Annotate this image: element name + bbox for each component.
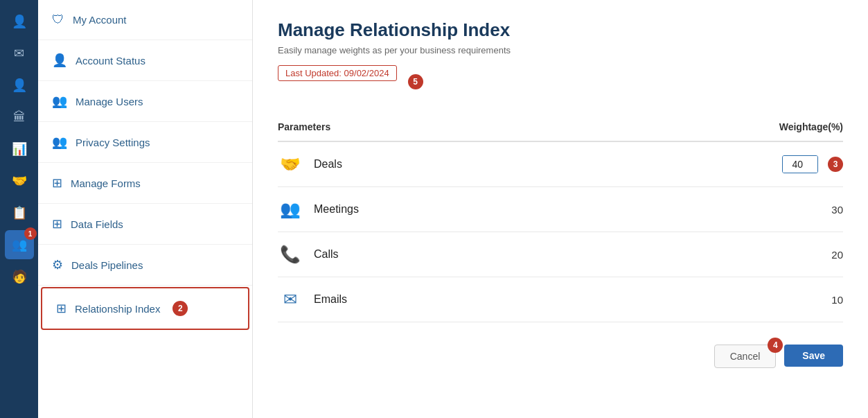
col-weightage: Weightage(%): [594, 114, 843, 141]
nav-item-privacy-settings[interactable]: 👥 Privacy Settings: [38, 122, 252, 163]
relationship-index-icon: ⊞: [56, 301, 67, 316]
nav-sidebar: 🛡 My Account 👤 Account Status 👥 Manage U…: [38, 0, 253, 418]
sidebar-icon-users[interactable]: 👥 1: [5, 230, 34, 259]
nav-item-deals-pipelines[interactable]: ⚙ Deals Pipelines: [38, 245, 252, 286]
cancel-button[interactable]: Cancel: [714, 345, 777, 368]
account-status-icon: 👤: [52, 53, 67, 68]
page-title: Manage Relationship Index: [278, 19, 843, 41]
nav-label-account-status: Account Status: [76, 55, 145, 67]
sidebar-icon-person[interactable]: 👤: [5, 7, 34, 36]
emails-label: Emails: [314, 293, 347, 306]
table-row: 👥 Meetings 30: [278, 187, 843, 232]
deals-weight-input[interactable]: [783, 156, 817, 173]
calls-icon: 📞: [278, 245, 303, 264]
sidebar-icon-person2[interactable]: 🧑: [5, 262, 34, 291]
nav-item-relationship-index[interactable]: ⊞ Relationship Index 2: [41, 287, 249, 330]
nav-item-my-account[interactable]: 🛡 My Account: [38, 0, 252, 40]
meetings-icon: 👥: [278, 200, 303, 219]
meetings-label: Meetings: [314, 203, 359, 216]
deals-icon: 🤝: [278, 155, 303, 174]
deals-weight-badge: 3: [828, 157, 843, 172]
nav-label-privacy-settings: Privacy Settings: [76, 137, 150, 148]
sidebar-icon-handshake[interactable]: 🤝: [5, 166, 34, 195]
nav-label-data-fields: Data Fields: [71, 218, 123, 230]
deals-weight-input-wrapper: [782, 155, 818, 173]
footer-actions: 4 Cancel Save: [278, 328, 843, 368]
calls-label: Calls: [314, 248, 339, 261]
deals-pipelines-icon: ⚙: [52, 257, 63, 272]
emails-icon: ✉: [278, 290, 303, 309]
meetings-weight: 30: [831, 204, 843, 216]
relationship-index-badge: 2: [172, 301, 188, 316]
page-subtitle: Easily manage weights as per your busine…: [278, 45, 843, 55]
params-table: Parameters Weightage(%) 🤝 Deals: [278, 114, 843, 322]
last-updated-badge: Last Updated: 09/02/2024: [278, 65, 397, 81]
emails-weight: 10: [831, 294, 843, 306]
nav-label-manage-forms: Manage Forms: [71, 177, 141, 189]
my-account-icon: 🛡: [52, 12, 64, 27]
deals-label: Deals: [314, 158, 342, 171]
nav-label-relationship-index: Relationship Index: [75, 303, 160, 315]
sidebar-icon-mail[interactable]: ✉: [5, 39, 34, 68]
save-button[interactable]: Save: [784, 345, 843, 367]
nav-item-data-fields[interactable]: ⊞ Data Fields: [38, 204, 252, 245]
nav-label-manage-users: Manage Users: [76, 96, 143, 107]
data-fields-icon: ⊞: [52, 216, 62, 232]
nav-label-my-account: My Account: [73, 14, 127, 26]
sidebar-icon-list[interactable]: 📋: [5, 198, 34, 227]
sidebar-active-badge: 1: [24, 227, 37, 240]
calls-weight: 20: [831, 249, 843, 261]
last-updated-step-badge: 5: [408, 74, 423, 89]
table-row: 📞 Calls 20: [278, 232, 843, 277]
col-parameters: Parameters: [278, 114, 594, 141]
save-step-badge: 4: [768, 338, 783, 353]
table-row: ✉ Emails 10: [278, 277, 843, 322]
sidebar-icon-building[interactable]: 🏛: [5, 103, 34, 132]
manage-users-icon: 👥: [52, 94, 67, 109]
main-content: Manage Relationship Index Easily manage …: [253, 0, 868, 418]
nav-label-deals-pipelines: Deals Pipelines: [71, 259, 143, 271]
nav-item-account-status[interactable]: 👤 Account Status: [38, 40, 252, 81]
icon-sidebar: 👤 ✉ 👤 🏛 📊 🤝 📋 👥 1 🧑: [0, 0, 38, 418]
sidebar-icon-chart[interactable]: 📊: [5, 134, 34, 164]
manage-forms-icon: ⊞: [52, 175, 62, 191]
table-row: 🤝 Deals 3: [278, 141, 843, 187]
nav-item-manage-users[interactable]: 👥 Manage Users: [38, 81, 252, 122]
sidebar-icon-contact[interactable]: 👤: [5, 71, 34, 100]
privacy-settings-icon: 👥: [52, 134, 67, 150]
nav-item-manage-forms[interactable]: ⊞ Manage Forms: [38, 163, 252, 204]
